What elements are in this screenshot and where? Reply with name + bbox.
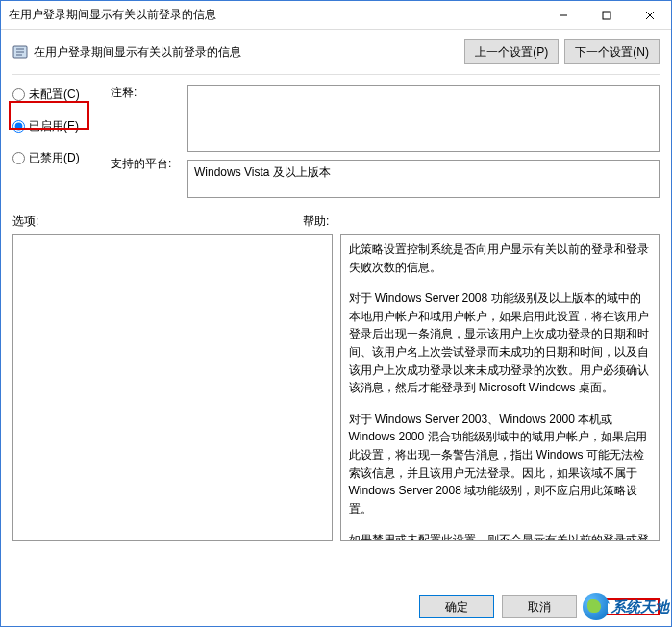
radio-disabled[interactable]: 已禁用(D) (12, 150, 101, 166)
radio-not-configured-input[interactable] (12, 88, 25, 101)
ok-button[interactable]: 确定 (419, 595, 494, 618)
window-controls (541, 1, 671, 29)
help-p3: 对于 Windows Server 2003、Windows 2000 本机或 … (349, 411, 652, 518)
split-labels: 选项: 帮助: (12, 213, 660, 230)
maximize-button[interactable] (585, 1, 628, 29)
help-p2: 对于 Windows Server 2008 功能级别及以上版本的域中的本地用户… (349, 289, 652, 397)
label-platform: 支持的平台: (111, 152, 178, 172)
maximize-icon (602, 11, 611, 20)
subtitle-text: 在用户登录期间显示有关以前登录的信息 (34, 44, 241, 61)
label-options: 选项: (12, 213, 303, 230)
labels-column: 注释: 支持的平台: (111, 85, 178, 198)
fields-column: Windows Vista 及以上版本 (187, 85, 660, 198)
radio-enabled[interactable]: 已启用(E) (12, 118, 101, 135)
radio-not-configured-label: 未配置(C) (29, 87, 80, 103)
minimize-button[interactable] (541, 1, 585, 29)
watermark-text: 系统天地 (611, 598, 669, 616)
label-help: 帮助: (303, 213, 329, 230)
policy-icon (12, 44, 28, 60)
radio-enabled-label: 已启用(E) (29, 118, 79, 135)
radio-not-configured[interactable]: 未配置(C) (12, 87, 101, 103)
window-title: 在用户登录期间显示有关以前登录的信息 (9, 7, 216, 23)
radio-disabled-input[interactable] (12, 152, 25, 164)
close-icon (645, 11, 655, 20)
help-p1: 此策略设置控制系统是否向用户显示有关以前的登录和登录失败次数的信息。 (349, 240, 652, 276)
close-button[interactable] (628, 1, 671, 29)
subtitle-row: 在用户登录期间显示有关以前登录的信息 上一个设置(P) 下一个设置(N) (12, 39, 660, 75)
dialog-window: 在用户登录期间显示有关以前登录的信息 在用户登录期间显示有关以 (0, 0, 672, 627)
prev-setting-button[interactable]: 上一个设置(P) (464, 39, 559, 64)
platform-text: Windows Vista 及以上版本 (194, 165, 331, 179)
svg-rect-1 (603, 12, 610, 19)
platform-box: Windows Vista 及以上版本 (187, 160, 660, 198)
config-row: 未配置(C) 已启用(E) 已禁用(D) 注释: 支持的平台: (12, 85, 660, 198)
subtitle-left: 在用户登录期间显示有关以前登录的信息 (12, 44, 241, 61)
watermark: 系统天地 (583, 593, 669, 620)
titlebar: 在用户登录期间显示有关以前登录的信息 (1, 1, 671, 30)
split-row: 此策略设置控制系统是否向用户显示有关以前的登录和登录失败次数的信息。 对于 Wi… (12, 234, 660, 541)
help-content: 此策略设置控制系统是否向用户显示有关以前的登录和登录失败次数的信息。 对于 Wi… (341, 235, 660, 541)
options-box[interactable] (12, 234, 333, 541)
cancel-button[interactable]: 取消 (502, 595, 577, 618)
next-setting-button[interactable]: 下一个设置(N) (564, 39, 660, 64)
help-p4: 如果禁用或未配置此设置，则不会显示有关以前的登录或登录失败的消息。 (349, 531, 652, 541)
help-box[interactable]: 此策略设置控制系统是否向用户显示有关以前的登录和登录失败次数的信息。 对于 Wi… (340, 234, 660, 541)
globe-icon (583, 593, 610, 620)
radio-enabled-input[interactable] (12, 120, 25, 133)
nav-buttons: 上一个设置(P) 下一个设置(N) (464, 39, 660, 64)
minimize-icon (559, 11, 568, 20)
radio-group: 未配置(C) 已启用(E) 已禁用(D) (12, 85, 101, 198)
label-note: 注释: (111, 85, 178, 152)
note-textarea[interactable] (187, 85, 660, 152)
radio-disabled-label: 已禁用(D) (29, 150, 80, 166)
content-area: 在用户登录期间显示有关以前登录的信息 上一个设置(P) 下一个设置(N) 未配置… (1, 30, 671, 551)
